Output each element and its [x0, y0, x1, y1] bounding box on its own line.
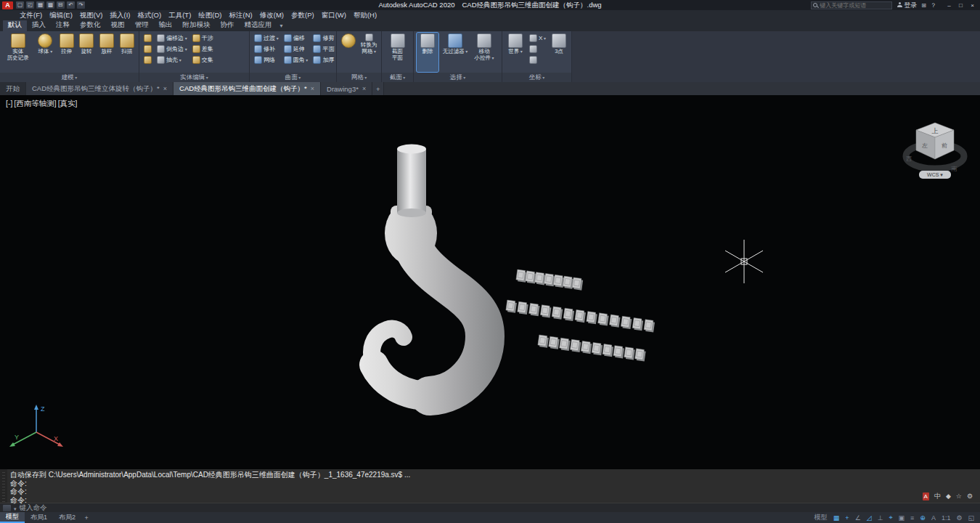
subtract-button[interactable]: 差集 — [191, 44, 215, 54]
tab-close-icon[interactable]: × — [362, 85, 366, 92]
plot-icon[interactable]: ⊟ — [57, 1, 65, 9]
language-icon[interactable]: 中 — [934, 492, 941, 501]
3d-text-model[interactable] — [506, 269, 656, 362]
object-snap-icon[interactable]: ⌖ — [889, 514, 892, 522]
open-icon[interactable]: ◰ — [26, 1, 34, 9]
panel-label-selection[interactable]: 选择 — [414, 73, 502, 82]
menu-help[interactable]: 帮助(H) — [350, 10, 380, 20]
tray-favorites-icon[interactable]: ☆ — [956, 492, 962, 501]
ribbon-tab-insert[interactable]: 插入 — [27, 20, 51, 31]
surface-planar-button[interactable]: 平面 — [311, 44, 335, 54]
sphere-button[interactable]: 球体 — [35, 33, 55, 72]
ribbon-tab-output[interactable]: 输出 — [154, 20, 178, 31]
polar-tracking-icon[interactable]: ∠ — [855, 514, 861, 522]
visual-style-control[interactable]: [真实] — [58, 99, 78, 109]
menu-format[interactable]: 格式(O) — [134, 10, 165, 20]
interfere-button[interactable]: 干涉 — [191, 33, 215, 43]
extrude-button[interactable]: 拉伸 — [57, 33, 75, 72]
annotation-visibility-icon[interactable]: A — [931, 514, 936, 522]
convert-to-mesh-button[interactable]: 转换为 网格 — [359, 33, 379, 72]
view-direction-control[interactable]: [西南等轴测] — [14, 99, 56, 109]
model-space-toggle[interactable]: 模型 — [814, 513, 828, 522]
ucs-icon[interactable]: Z X Y — [4, 402, 65, 454]
viewport-menu-control[interactable]: [-] — [6, 99, 12, 109]
dynamic-input-icon[interactable]: ⊕ — [920, 514, 926, 522]
command-input-placeholder[interactable]: 键入命令 — [20, 503, 47, 513]
layout-tab-layout2[interactable]: 布局2 — [53, 512, 81, 523]
compass-west-label[interactable]: 西 — [906, 155, 912, 162]
hook-3d-model[interactable] — [372, 145, 485, 397]
new-layout-button[interactable]: + — [81, 512, 91, 523]
ribbon-tab-manage[interactable]: 管理 — [130, 20, 154, 31]
wcs-menu-label[interactable]: WCS ▾ — [927, 172, 943, 177]
command-customize-icon[interactable] — [3, 505, 11, 511]
file-tab-doc3[interactable]: Drawing3* × — [321, 82, 372, 95]
solid-history-button[interactable]: 实体 历史记录 — [3, 33, 33, 72]
ribbon-tab-addins[interactable]: 附加模块 — [178, 20, 216, 31]
menu-dimension[interactable]: 标注(N) — [226, 10, 256, 20]
minimize-button[interactable]: – — [944, 1, 955, 9]
solid-intersect-button[interactable] — [142, 54, 153, 65]
compass-south-label[interactable]: 南 — [951, 166, 957, 172]
solid-union-button[interactable] — [142, 33, 153, 43]
save-icon[interactable]: ▦ — [36, 1, 44, 9]
surface-extend-button[interactable]: 延伸 — [282, 44, 310, 54]
app-store-icon[interactable]: ⊞ — [921, 2, 926, 9]
close-button[interactable]: × — [967, 1, 978, 9]
chamfer-edge-button[interactable]: 倒角边 — [155, 44, 189, 54]
new-drawing-tab-button[interactable]: + — [372, 82, 384, 95]
surface-patch-button[interactable]: 修补 — [253, 44, 280, 54]
solid-subtract-button[interactable] — [142, 44, 153, 54]
file-tab-start[interactable]: 开始 — [0, 82, 26, 95]
ribbon-tab-annotate[interactable]: 注释 — [51, 20, 75, 31]
help-search[interactable] — [811, 1, 892, 9]
command-panel-grip[interactable] — [0, 469, 7, 503]
ucs-origin-button[interactable] — [528, 54, 547, 65]
model-viewport[interactable]: AutoCAD教程中心 bilibili [-] [西南等轴测] [真实] — [0, 95, 980, 469]
ribbon-tab-collaborate[interactable]: 协作 — [216, 20, 240, 31]
surface-blend-button[interactable]: 过渡 — [253, 33, 280, 43]
layout-tab-model[interactable]: 模型 — [0, 512, 25, 523]
restore-button[interactable]: □ — [955, 1, 966, 9]
viewcube[interactable]: 西 南 上 左 前 WCS ▾ — [900, 114, 970, 181]
tab-close-icon[interactable]: × — [163, 85, 167, 92]
save-as-icon[interactable]: ▩ — [46, 1, 54, 9]
menu-draw[interactable]: 绘图(D) — [195, 10, 225, 20]
ribbon-minimize-icon[interactable] — [280, 23, 283, 29]
selection-filter-dropdown[interactable]: 无过滤器 — [441, 33, 470, 72]
menu-tools[interactable]: 工具(T) — [165, 10, 195, 20]
new-icon[interactable]: ▢ — [16, 1, 24, 9]
panel-label-coordinates[interactable]: 坐标 — [502, 73, 571, 82]
section-plane-button[interactable]: 截面 平面 — [386, 33, 409, 72]
ime-icon[interactable]: A — [923, 492, 929, 501]
isodraft-icon[interactable]: ◿ — [867, 514, 872, 522]
ribbon-tab-view[interactable]: 视图 — [106, 20, 130, 31]
annotation-scale-button[interactable]: 1:1 — [942, 514, 951, 522]
file-tab-doc1[interactable]: CAD经典图形吊钩三维立体旋转（钩子）* × — [26, 82, 173, 95]
snap-toggle-icon[interactable]: + — [845, 514, 849, 522]
panel-label-mesh[interactable]: 网格 — [337, 73, 381, 82]
file-tab-doc2-active[interactable]: CAD经典图形吊钩三维曲面创建（钩子）* × — [173, 82, 321, 95]
surface-trim-button[interactable]: 修剪 — [311, 33, 335, 43]
ucs-x-button[interactable]: X — [528, 33, 547, 43]
workspace-switch-icon[interactable]: ⚙ — [956, 514, 962, 522]
smooth-object-button[interactable] — [340, 33, 357, 72]
layout-tab-layout1[interactable]: 布局1 — [25, 512, 53, 523]
ucs-3point-button[interactable]: 3点 — [550, 33, 568, 72]
menu-modify[interactable]: 修改(M) — [256, 10, 287, 20]
revolve-button[interactable]: 旋转 — [78, 33, 96, 72]
signin-button[interactable]: 登录 — [897, 1, 917, 10]
loft-button[interactable]: 放样 — [98, 33, 116, 72]
transparency-icon[interactable]: ≡ — [910, 514, 914, 522]
ucs-icon-button[interactable] — [528, 44, 547, 54]
panel-label-solid-edit[interactable]: 实体编辑 — [139, 73, 249, 82]
menu-view[interactable]: 视图(V) — [76, 10, 107, 20]
ribbon-tab-home[interactable]: 默认 — [3, 20, 27, 31]
move-gizmo-dropdown[interactable]: 移动 小控件 — [472, 33, 497, 72]
ortho-icon[interactable]: ⊥ — [878, 514, 883, 522]
menu-edit[interactable]: 编辑(E) — [46, 10, 76, 20]
panel-label-modeling[interactable]: 建模 — [0, 73, 139, 82]
search-input[interactable] — [820, 2, 886, 9]
tray-settings-icon[interactable]: ⚙ — [967, 492, 973, 501]
surface-thicken-button[interactable]: 加厚 — [311, 54, 335, 65]
